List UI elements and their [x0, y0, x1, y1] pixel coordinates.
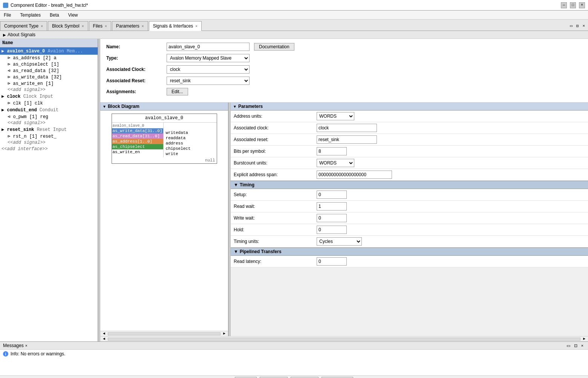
param-row-setup: Setup: — [231, 189, 588, 201]
menu-view[interactable]: View — [66, 12, 80, 18]
tree-sublabel-clock: Clock Input — [23, 94, 53, 99]
prev-button[interactable]: ◄ Prev — [260, 377, 288, 378]
messages-minimize-btn[interactable]: ▭ — [565, 343, 572, 348]
tree-item-as-chipselect[interactable]: ⊳ as_chipselect [1] — [0, 61, 98, 68]
param-label-write-wait: Write wait: — [234, 215, 317, 221]
maximize-button[interactable]: □ — [570, 2, 576, 8]
title-bar-left: Component Editor - breath_led_hw.tcl* — [3, 3, 88, 8]
prop-select-assoc-reset[interactable]: reset_sink — [167, 77, 250, 85]
tab-component-type-close[interactable]: × — [41, 24, 43, 28]
param-select-address-units[interactable]: WORDS SYMBOLS — [317, 112, 354, 120]
split-scroll-track[interactable] — [108, 338, 580, 341]
block-scroll-right[interactable]: ► — [220, 332, 228, 336]
tree-sublabel-conduit: Conduit — [40, 108, 58, 113]
tab-restore-btn[interactable]: ⊡ — [575, 23, 580, 28]
minimize-button[interactable]: — — [561, 2, 567, 8]
messages-close-btn[interactable]: × — [580, 343, 585, 348]
tree-item-add-signal-2[interactable]: <<add signal>> — [0, 120, 98, 126]
bd-null: null — [112, 157, 217, 163]
tree-item-add-interface[interactable]: <<add interface>> — [0, 146, 98, 152]
tab-parameters[interactable]: Parameters × — [112, 21, 148, 31]
help-button[interactable]: Help — [235, 377, 257, 378]
prop-select-type[interactable]: Avalon Memory Mapped Slave — [167, 54, 250, 62]
tree-item-as-read-data[interactable]: ⊲ as_read_data [32] — [0, 68, 98, 74]
param-input-read-wait[interactable] — [317, 202, 347, 211]
messages-panel: Messages × ▭ ⊡ × i Info: No errors or wa… — [0, 341, 588, 375]
param-input-setup[interactable] — [317, 191, 347, 199]
prop-select-assoc-clock[interactable]: clock — [167, 65, 250, 74]
block-scroll-left[interactable]: ◄ — [100, 332, 108, 336]
bd-right-signals: writedata readdata address chipselect wr… — [163, 123, 217, 157]
tree-item-as-write-data[interactable]: ⊳ as_write_data [32] — [0, 74, 98, 80]
bd-sig-chipselect[interactable]: as_chipselect — [112, 144, 163, 149]
tab-files-close[interactable]: × — [105, 24, 107, 28]
bd-sig-address-r: address — [165, 141, 215, 146]
close-window-button[interactable]: × — [579, 2, 585, 8]
block-h-scrollbar[interactable]: ◄ ► — [100, 331, 228, 336]
footer-buttons: Help ◄ Prev Next ► Finish... — [198, 377, 390, 378]
prop-input-name[interactable] — [167, 43, 250, 51]
main-container: Name ▶ avalon_slave_0 Avalon Mem... ⊳ as… — [0, 39, 588, 375]
block-scroll-track[interactable] — [108, 332, 220, 335]
app-icon — [3, 3, 8, 8]
bd-sig-readdata: readdata — [165, 135, 215, 141]
split-scroll-left[interactable]: ◄ — [100, 337, 108, 341]
param-select-timing-units[interactable]: Cycles Nanoseconds — [317, 237, 362, 246]
about-signals-bar[interactable]: ▶ About Signals — [0, 31, 588, 39]
prop-label-type: Type: — [106, 55, 167, 61]
tree-header: Name — [0, 39, 98, 48]
edit-button[interactable]: Edit... — [167, 88, 188, 95]
title-bar-controls: — □ × — [561, 2, 585, 8]
menu-templates[interactable]: Templates — [18, 12, 43, 18]
tab-signals-interfaces[interactable]: Signals & Interfaces × — [149, 21, 202, 31]
prop-row-name: Name: Documentation — [106, 43, 582, 51]
split-scroll-right[interactable]: ► — [580, 337, 588, 341]
tab-block-symbol-close[interactable]: × — [82, 24, 84, 28]
param-select-burstcount-units[interactable]: WORDS SYMBOLS — [317, 159, 354, 167]
param-input-write-wait[interactable] — [317, 214, 347, 222]
menu-file[interactable]: File — [2, 12, 13, 18]
tab-component-type[interactable]: Component Type × — [0, 21, 47, 31]
messages-header-close[interactable]: × — [25, 344, 28, 348]
bd-sig-write-en[interactable]: as_write_en — [112, 149, 163, 155]
tab-files[interactable]: Files × — [89, 21, 111, 31]
param-input-read-latency[interactable] — [317, 257, 347, 266]
messages-restore-btn[interactable]: ⊡ — [573, 343, 579, 348]
bd-sig-address[interactable]: as_address[1..0] — [112, 139, 163, 144]
bd-sig-write-data[interactable]: as_write_data[31..0] — [112, 128, 163, 134]
param-input-assoc-reset[interactable] — [317, 135, 377, 144]
tree-item-clk[interactable]: ⊳ clk [1] clk — [0, 100, 98, 106]
tree-item-reset-sink[interactable]: ▶ reset_sink Reset Input — [0, 126, 98, 133]
tab-signals-interfaces-close[interactable]: × — [195, 24, 198, 28]
param-input-assoc-clock[interactable] — [317, 124, 377, 132]
param-input-hold[interactable] — [317, 226, 347, 234]
tree-item-clock[interactable]: ▶ clock Clock Input — [0, 93, 98, 100]
tree-item-add-signal-1[interactable]: <<add signal>> — [0, 87, 98, 93]
bd-sig-writedata: writedata — [165, 130, 215, 135]
tab-block-symbol[interactable]: Block Symbol × — [48, 21, 88, 31]
tree-item-as-address[interactable]: ⊳ as_address [2] a — [0, 55, 98, 61]
param-input-bits-per-symbol[interactable] — [317, 147, 347, 155]
tree-item-add-signal-3[interactable]: <<add signal>> — [0, 140, 98, 146]
bd-sig-read-data[interactable]: as_read_data[31..0] — [112, 134, 163, 139]
tree-item-o-pwm[interactable]: ⊲ o_pwm [1] reg — [0, 114, 98, 120]
tree-item-avalon-slave-0[interactable]: ▶ avalon_slave_0 Avalon Mem... — [0, 48, 98, 55]
tree-item-rst-n[interactable]: ⊳ rst_n [1] reset_ — [0, 133, 98, 140]
param-row-burstcount-units: Burstcount units: WORDS SYMBOLS — [231, 157, 588, 169]
tree-item-conduit-end[interactable]: ▶ conduit_end Conduit — [0, 106, 98, 114]
tab-minimize-btn[interactable]: ▭ — [568, 23, 574, 28]
next-button[interactable]: Next ► — [291, 377, 318, 378]
param-label-bits-per-symbol: Bits per symbol: — [234, 149, 317, 154]
message-info-text: Info: No errors or warnings. — [11, 351, 65, 356]
param-input-explicit-address-span[interactable] — [317, 171, 392, 179]
tab-parameters-close[interactable]: × — [142, 24, 144, 28]
finish-button[interactable]: Finish... — [322, 377, 353, 378]
bd-interface-name: avalon_slave_0 — [112, 114, 217, 123]
messages-header-label: Messages — [3, 343, 24, 348]
tree-item-as-write-en[interactable]: ⊳ as_write_en [1] — [0, 80, 98, 87]
param-row-assoc-clock: Associated clock: — [231, 122, 588, 134]
doc-button[interactable]: Documentation — [254, 43, 294, 51]
menu-beta[interactable]: Beta — [47, 12, 61, 18]
split-h-scrollbar[interactable]: ◄ ► — [100, 336, 588, 341]
tab-close-btn[interactable]: × — [581, 24, 586, 28]
